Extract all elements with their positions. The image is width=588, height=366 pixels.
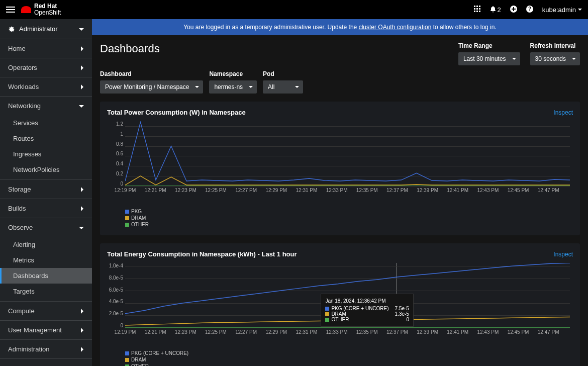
sidebar-subitem-targets[interactable]: Targets bbox=[0, 284, 92, 302]
panel2-title: Total Energy Consumption in Namespace (k… bbox=[107, 250, 297, 258]
perspective-label: Administrator bbox=[19, 25, 58, 33]
sidebar-item-workloads[interactable]: Workloads bbox=[0, 77, 92, 97]
redhat-icon bbox=[21, 6, 31, 13]
hamburger-menu[interactable] bbox=[6, 7, 15, 13]
svg-rect-3 bbox=[474, 8, 475, 10]
chevron-right-icon bbox=[80, 65, 84, 70]
bell-icon[interactable]: 2 bbox=[490, 6, 501, 14]
sidebar-item-home[interactable]: Home bbox=[0, 39, 92, 58]
sidebar-subitem-services[interactable]: Services bbox=[0, 115, 92, 131]
tooltip-timestamp: Jan 18, 2024, 12:36:42 PM bbox=[325, 298, 409, 304]
chevron-right-icon bbox=[80, 84, 84, 89]
chevron-down-icon bbox=[578, 8, 582, 12]
chevron-right-icon bbox=[80, 309, 84, 314]
chevron-down-icon bbox=[79, 226, 84, 230]
sidebar-subitem-ingresses[interactable]: Ingresses bbox=[0, 146, 92, 162]
main-content: You are logged in as a temporary adminis… bbox=[92, 19, 588, 366]
apps-grid-icon[interactable] bbox=[474, 6, 481, 14]
chart2-x-axis: 12:19 PM12:21 PM12:23 PM12:25 PM12:27 PM… bbox=[125, 329, 570, 338]
sidebar-subitem-networkpolicies[interactable]: NetworkPolicies bbox=[0, 162, 92, 180]
svg-rect-4 bbox=[476, 8, 478, 10]
svg-rect-6 bbox=[474, 11, 475, 12]
sidebar-subitem-dashboards[interactable]: Dashboards bbox=[0, 268, 92, 284]
energy-chart[interactable]: 1.0e-48.0e-56.0e-54.0e-52.0e-50 Jan 18, … bbox=[125, 263, 570, 338]
sidebar-item-usermgmt[interactable]: User Management bbox=[0, 321, 92, 340]
panel1-title: Total Power Consumption (W) in Namespace bbox=[107, 109, 246, 116]
chevron-right-icon bbox=[80, 187, 84, 192]
refresh-dropdown[interactable]: 30 seconds bbox=[530, 52, 580, 65]
chevron-right-icon bbox=[80, 206, 84, 211]
chart2-legend: PKG (CORE + UNCORE)DRAMOTHER bbox=[125, 350, 573, 366]
sidebar-item-operators[interactable]: Operators bbox=[0, 58, 92, 77]
svg-rect-1 bbox=[476, 6, 478, 7]
chevron-down-icon bbox=[79, 27, 84, 32]
namespace-filter-label: Namespace bbox=[209, 70, 257, 77]
chart1-legend: PKGDRAMOTHER bbox=[125, 209, 573, 227]
brand-logo: Red Hat OpenShift bbox=[21, 3, 61, 16]
power-chart[interactable]: 1.210.80.60.40.20 12:19 PM12:21 PM12:23 … bbox=[125, 121, 570, 197]
sidebar-subitem-routes[interactable]: Routes bbox=[0, 131, 92, 146]
sidebar-item-compute[interactable]: Compute bbox=[0, 302, 92, 321]
svg-rect-7 bbox=[476, 11, 478, 12]
chart2-plot-area: Jan 18, 2024, 12:36:42 PM PKG (CORE + UN… bbox=[125, 263, 570, 328]
power-consumption-panel: Total Power Consumption (W) in Namespace… bbox=[100, 102, 580, 235]
topbar: Red Hat OpenShift 2 ? kube:admin bbox=[0, 0, 588, 19]
sidebar-item-builds[interactable]: Builds bbox=[0, 199, 92, 218]
dashboard-filter-dropdown[interactable]: Power Monitoring / Namespace bbox=[100, 80, 203, 94]
sidebar-item-storage[interactable]: Storage bbox=[0, 180, 92, 199]
chevron-down-icon bbox=[79, 104, 84, 108]
refresh-label: Refresh Interval bbox=[530, 42, 580, 49]
namespace-filter-dropdown[interactable]: hermes-ns bbox=[209, 80, 257, 94]
pod-filter-dropdown[interactable]: All bbox=[263, 80, 303, 94]
time-range-dropdown[interactable]: Last 30 minutes bbox=[458, 52, 520, 65]
chart2-tooltip: Jan 18, 2024, 12:36:42 PM PKG (CORE + UN… bbox=[321, 294, 414, 327]
sidebar-item-networking[interactable]: Networking bbox=[0, 97, 92, 115]
svg-rect-5 bbox=[479, 8, 480, 10]
chart2-y-axis: 1.0e-48.0e-56.0e-54.0e-52.0e-50 bbox=[107, 263, 123, 328]
chevron-right-icon bbox=[80, 46, 84, 51]
help-icon[interactable]: ? bbox=[526, 6, 533, 14]
sidebar: Administrator Home Operators Workloads N… bbox=[0, 19, 92, 366]
dashboard-filter-label: Dashboard bbox=[100, 70, 203, 77]
page-title: Dashboards bbox=[100, 42, 160, 55]
chart1-y-axis: 1.210.80.60.40.20 bbox=[107, 121, 123, 187]
panel2-inspect-link[interactable]: Inspect bbox=[553, 251, 573, 258]
user-menu[interactable]: kube:admin bbox=[542, 6, 582, 14]
pod-filter-label: Pod bbox=[263, 70, 303, 77]
time-range-label: Time Range bbox=[458, 42, 520, 49]
chevron-right-icon bbox=[80, 328, 84, 333]
chevron-right-icon bbox=[80, 347, 84, 352]
svg-rect-0 bbox=[474, 6, 475, 7]
oauth-config-link[interactable]: cluster OAuth configuration bbox=[359, 24, 432, 31]
sidebar-item-administration[interactable]: Administration bbox=[0, 340, 92, 359]
panel1-inspect-link[interactable]: Inspect bbox=[553, 109, 573, 116]
gear-icon bbox=[8, 26, 15, 33]
energy-consumption-panel: Total Energy Consumption in Namespace (k… bbox=[100, 243, 580, 366]
sidebar-item-observe[interactable]: Observe bbox=[0, 218, 92, 237]
notif-count: 2 bbox=[498, 6, 501, 14]
chart1-x-axis: 12:19 PM12:21 PM12:23 PM12:25 PM12:27 PM… bbox=[125, 188, 570, 197]
chart1-plot-area bbox=[125, 121, 570, 187]
sidebar-subitem-alerting[interactable]: Alerting bbox=[0, 237, 92, 252]
brand-line2: OpenShift bbox=[34, 10, 61, 16]
svg-rect-8 bbox=[479, 11, 480, 12]
sidebar-subitem-metrics[interactable]: Metrics bbox=[0, 252, 92, 268]
plus-circle-icon[interactable] bbox=[510, 6, 517, 14]
auth-banner: You are logged in as a temporary adminis… bbox=[92, 19, 588, 35]
user-name: kube:admin bbox=[542, 6, 576, 14]
svg-rect-2 bbox=[479, 6, 480, 7]
svg-text:?: ? bbox=[528, 6, 531, 12]
perspective-switcher[interactable]: Administrator bbox=[0, 19, 92, 39]
